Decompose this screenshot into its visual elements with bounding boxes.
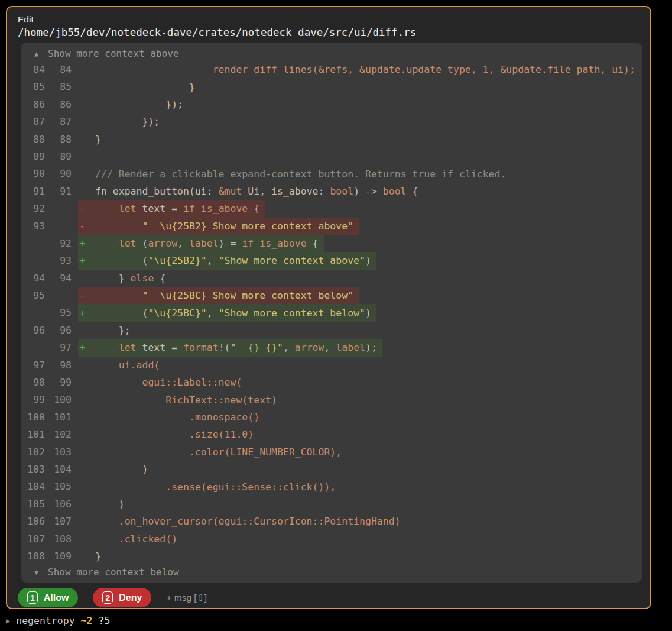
diff-marker	[78, 464, 95, 475]
code-line: }	[78, 548, 106, 565]
code-line: .on_hover_cursor(egui::CursorIcon::Point…	[78, 513, 406, 530]
new-line-number: 105	[45, 478, 72, 495]
diff-marker	[78, 499, 95, 510]
old-line-number: 99	[21, 391, 45, 408]
new-line-number: 94	[45, 270, 72, 287]
new-line-number: 96	[45, 322, 72, 339]
diff-row: 9090 /// Render a clickable expand-conte…	[21, 165, 642, 182]
old-line-number: 88	[21, 131, 45, 148]
diff-marker	[78, 82, 95, 93]
code-line: render_diff_lines(&refs, &update.update_…	[78, 61, 641, 78]
new-line-number: 91	[45, 183, 72, 200]
code-line: } else {	[78, 270, 171, 287]
diff-row: 105106 )	[21, 496, 642, 513]
diff-marker	[78, 186, 95, 197]
code-line: }	[78, 78, 200, 95]
diff-row: 93- " \u{25B2} Show more context above"	[21, 218, 642, 235]
code-line: };	[78, 322, 136, 339]
diff-row: 95- " \u{25BC} Show more context below"	[21, 287, 642, 304]
old-line-number	[21, 235, 45, 252]
diff-row: 104105 .sense(egui::Sense::click()),	[21, 478, 642, 495]
allow-button[interactable]: 1 Allow	[18, 588, 78, 607]
add-message-hint: + msg [⇧]	[166, 593, 207, 603]
diff-row: 8484 render_diff_lines(&refs, &update.up…	[21, 61, 642, 78]
new-line-number	[45, 200, 72, 217]
old-line-number	[21, 252, 45, 269]
triangle-up-icon: ▲	[34, 50, 48, 58]
diff-marker	[78, 134, 95, 145]
code-line: RichText::new(text)	[78, 391, 283, 408]
edit-permission-dialog: Edit /home/jb55/dev/notedeck-dave/crates…	[6, 6, 651, 609]
diff-marker	[78, 99, 95, 110]
new-line-number: 97	[45, 339, 72, 356]
diff-marker: -	[78, 290, 95, 301]
new-line-number: 104	[45, 461, 72, 478]
old-line-number: 95	[21, 287, 45, 304]
diff-row: 92+ let (arrow, label) = if is_above {	[21, 235, 642, 252]
diff-marker	[78, 429, 95, 440]
code-line: + ("\u{25B2}", "Show more context above"…	[78, 252, 376, 269]
diff-row: 99100 RichText::new(text)	[21, 391, 642, 408]
old-line-number	[21, 304, 45, 321]
git-modified-count: ~2	[81, 615, 93, 626]
new-line-number: 99	[45, 374, 72, 391]
deny-button[interactable]: 2 Deny	[93, 588, 151, 607]
code-line: .color(LINE_NUMBER_COLOR),	[78, 444, 347, 461]
diff-marker	[78, 516, 95, 527]
allow-label: Allow	[44, 593, 69, 603]
diff-viewer[interactable]: ▲ Show more context above 8484 render_di…	[21, 43, 642, 583]
new-line-number: 100	[45, 391, 72, 408]
diff-marker	[78, 273, 95, 284]
diff-row: 9696 };	[21, 322, 642, 339]
prompt-arrow-icon: ▶	[6, 617, 10, 625]
old-line-number: 100	[21, 409, 45, 426]
dialog-header: Edit /home/jb55/dev/notedeck-dave/crates…	[7, 7, 650, 43]
expand-context-above-button[interactable]: ▲ Show more context above	[21, 46, 642, 61]
old-line-number: 85	[21, 78, 45, 95]
file-path: /home/jb55/dev/notedeck-dave/crates/note…	[18, 25, 639, 40]
old-line-number: 103	[21, 461, 45, 478]
git-untracked-count: ?5	[98, 615, 110, 626]
diff-rows: 8484 render_diff_lines(&refs, &update.up…	[21, 61, 642, 565]
diff-row: 8585 }	[21, 78, 642, 95]
code-line: });	[78, 96, 189, 113]
code-line: .sense(egui::Sense::click()),	[78, 478, 341, 495]
diff-row: 103104 )	[21, 461, 642, 478]
old-line-number: 89	[21, 148, 45, 165]
expand-below-label: Show more context below	[48, 567, 179, 578]
code-line: + ("\u{25BC}", "Show more context below"…	[78, 304, 376, 321]
diff-row: 9899 egui::Label::new(	[21, 374, 642, 391]
new-line-number: 103	[45, 444, 72, 461]
allow-hotkey-badge: 1	[27, 591, 38, 604]
new-line-number: 87	[45, 113, 72, 130]
code-line: .monospace()	[78, 409, 265, 426]
code-line: /// Render a clickable expand-context bu…	[78, 165, 511, 182]
old-line-number: 96	[21, 322, 45, 339]
new-line-number: 98	[45, 357, 72, 374]
new-line-number: 108	[45, 530, 72, 548]
diff-row: 97+ let text = format!(" {} {}", arrow, …	[21, 339, 642, 356]
diff-row: 9191 fn expand_button(ui: &mut Ui, is_ab…	[21, 183, 642, 200]
diff-marker	[78, 533, 95, 545]
shell-prompt: ▶ negentropy ~2 ?5	[6, 615, 110, 626]
expand-context-below-button[interactable]: ▼ Show more context below	[21, 565, 642, 580]
deny-hotkey-badge: 2	[102, 591, 113, 604]
diff-row: 9798 ui.add(	[21, 357, 642, 374]
new-line-number: 85	[45, 78, 72, 95]
old-line-number: 105	[21, 496, 45, 513]
code-line: egui::Label::new(	[78, 374, 247, 391]
old-line-number: 106	[21, 513, 45, 530]
diff-marker	[78, 169, 95, 180]
code-line	[78, 148, 100, 165]
code-line: }	[78, 131, 106, 148]
code-line: )	[78, 461, 153, 478]
old-line-number: 104	[21, 478, 45, 495]
diff-marker: +	[78, 255, 95, 266]
diff-marker	[78, 151, 95, 162]
diff-row: 8888 }	[21, 131, 642, 148]
new-line-number: 106	[45, 496, 72, 513]
code-line: .size(11.0)	[78, 426, 259, 443]
code-line: + let text = format!(" {} {}", arrow, la…	[78, 339, 382, 356]
diff-marker: +	[78, 308, 95, 319]
diff-marker	[78, 481, 95, 493]
